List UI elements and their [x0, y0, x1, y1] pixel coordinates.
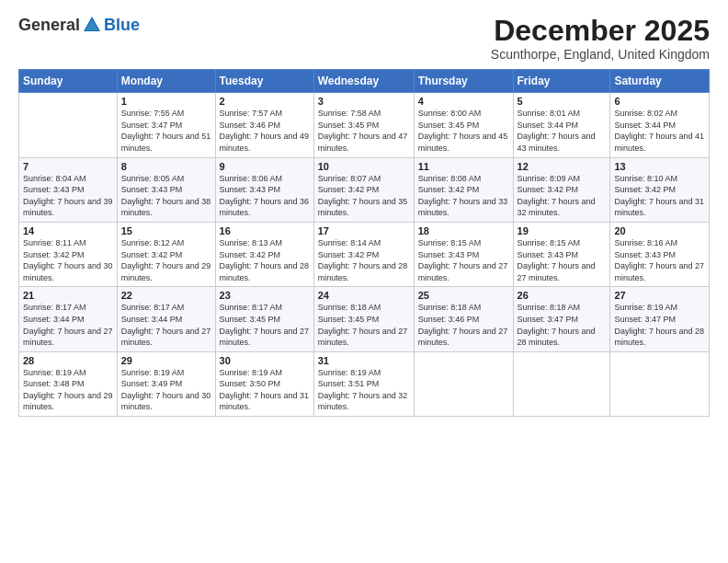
day-number: 3	[318, 96, 410, 107]
calendar-header-tuesday: Tuesday	[215, 70, 313, 93]
calendar-cell	[610, 351, 710, 416]
day-number: 17	[318, 225, 410, 236]
calendar-cell: 26Sunrise: 8:18 AM Sunset: 3:47 PM Dayli…	[513, 287, 610, 351]
calendar-header-thursday: Thursday	[414, 70, 513, 93]
logo-general: General	[18, 16, 80, 35]
day-number: 10	[318, 161, 410, 172]
calendar-header-row: SundayMondayTuesdayWednesdayThursdayFrid…	[19, 70, 710, 93]
day-number: 14	[23, 225, 113, 236]
day-number: 8	[121, 161, 211, 172]
day-number: 28	[23, 355, 113, 366]
day-info: Sunrise: 8:11 AM Sunset: 3:42 PM Dayligh…	[23, 237, 113, 283]
day-info: Sunrise: 8:09 AM Sunset: 3:42 PM Dayligh…	[518, 173, 607, 219]
calendar-header-saturday: Saturday	[610, 70, 710, 93]
day-number: 15	[121, 225, 211, 236]
day-info: Sunrise: 8:18 AM Sunset: 3:47 PM Dayligh…	[518, 302, 607, 348]
calendar-cell: 22Sunrise: 8:17 AM Sunset: 3:44 PM Dayli…	[117, 287, 215, 351]
calendar-cell: 15Sunrise: 8:12 AM Sunset: 3:42 PM Dayli…	[117, 222, 215, 286]
day-number: 7	[23, 161, 113, 172]
calendar-cell: 24Sunrise: 8:18 AM Sunset: 3:45 PM Dayli…	[313, 287, 414, 351]
day-number: 23	[220, 290, 310, 301]
day-info: Sunrise: 8:18 AM Sunset: 3:46 PM Dayligh…	[418, 302, 509, 348]
day-info: Sunrise: 8:02 AM Sunset: 3:44 PM Dayligh…	[614, 108, 705, 154]
month-title: December 2025	[491, 15, 710, 47]
calendar-week-5: 28Sunrise: 8:19 AM Sunset: 3:48 PM Dayli…	[19, 351, 710, 416]
day-number: 16	[220, 225, 310, 236]
calendar-cell: 8Sunrise: 8:05 AM Sunset: 3:43 PM Daylig…	[117, 157, 215, 222]
day-info: Sunrise: 8:00 AM Sunset: 3:45 PM Dayligh…	[418, 108, 509, 154]
day-info: Sunrise: 8:19 AM Sunset: 3:47 PM Dayligh…	[614, 302, 705, 348]
day-info: Sunrise: 8:16 AM Sunset: 3:43 PM Dayligh…	[614, 237, 705, 283]
calendar-cell	[414, 351, 513, 416]
calendar-cell: 17Sunrise: 8:14 AM Sunset: 3:42 PM Dayli…	[313, 222, 414, 286]
day-info: Sunrise: 8:19 AM Sunset: 3:51 PM Dayligh…	[318, 367, 410, 413]
calendar-cell	[19, 93, 118, 157]
day-info: Sunrise: 7:55 AM Sunset: 3:47 PM Dayligh…	[121, 108, 211, 154]
day-info: Sunrise: 8:08 AM Sunset: 3:42 PM Dayligh…	[418, 173, 509, 219]
calendar-cell: 20Sunrise: 8:16 AM Sunset: 3:43 PM Dayli…	[610, 222, 710, 286]
calendar-cell: 18Sunrise: 8:15 AM Sunset: 3:43 PM Dayli…	[414, 222, 513, 286]
day-number: 6	[614, 96, 705, 107]
page: General Blue December 2025 Scunthorpe, E…	[0, 0, 728, 563]
calendar-cell: 11Sunrise: 8:08 AM Sunset: 3:42 PM Dayli…	[414, 157, 513, 222]
day-number: 20	[614, 225, 705, 236]
logo: General Blue	[18, 15, 140, 35]
day-info: Sunrise: 8:04 AM Sunset: 3:43 PM Dayligh…	[23, 173, 113, 219]
calendar-table: SundayMondayTuesdayWednesdayThursdayFrid…	[18, 69, 710, 417]
day-info: Sunrise: 8:15 AM Sunset: 3:43 PM Dayligh…	[418, 237, 509, 283]
logo-text: General Blue	[18, 15, 140, 35]
calendar-cell: 19Sunrise: 8:15 AM Sunset: 3:43 PM Dayli…	[513, 222, 610, 286]
day-info: Sunrise: 7:58 AM Sunset: 3:45 PM Dayligh…	[318, 108, 410, 154]
calendar-cell: 6Sunrise: 8:02 AM Sunset: 3:44 PM Daylig…	[610, 93, 710, 157]
calendar-cell: 1Sunrise: 7:55 AM Sunset: 3:47 PM Daylig…	[117, 93, 215, 157]
day-info: Sunrise: 8:17 AM Sunset: 3:44 PM Dayligh…	[23, 302, 113, 348]
calendar-cell: 3Sunrise: 7:58 AM Sunset: 3:45 PM Daylig…	[313, 93, 414, 157]
calendar-cell: 7Sunrise: 8:04 AM Sunset: 3:43 PM Daylig…	[19, 157, 118, 222]
day-info: Sunrise: 8:19 AM Sunset: 3:50 PM Dayligh…	[220, 367, 310, 413]
calendar-header-monday: Monday	[117, 70, 215, 93]
day-number: 13	[614, 161, 705, 172]
day-info: Sunrise: 8:07 AM Sunset: 3:42 PM Dayligh…	[318, 173, 410, 219]
title-block: December 2025 Scunthorpe, England, Unite…	[491, 15, 710, 62]
header: General Blue December 2025 Scunthorpe, E…	[18, 15, 710, 62]
calendar-cell: 5Sunrise: 8:01 AM Sunset: 3:44 PM Daylig…	[513, 93, 610, 157]
calendar-cell: 16Sunrise: 8:13 AM Sunset: 3:42 PM Dayli…	[215, 222, 313, 286]
day-number: 30	[220, 355, 310, 366]
day-number: 29	[121, 355, 211, 366]
day-number: 31	[318, 355, 410, 366]
day-info: Sunrise: 8:13 AM Sunset: 3:42 PM Dayligh…	[220, 237, 310, 283]
day-number: 9	[220, 161, 310, 172]
calendar-cell: 27Sunrise: 8:19 AM Sunset: 3:47 PM Dayli…	[610, 287, 710, 351]
day-info: Sunrise: 8:01 AM Sunset: 3:44 PM Dayligh…	[518, 108, 607, 154]
calendar-cell: 29Sunrise: 8:19 AM Sunset: 3:49 PM Dayli…	[117, 351, 215, 416]
calendar-cell: 9Sunrise: 8:06 AM Sunset: 3:43 PM Daylig…	[215, 157, 313, 222]
calendar-header-friday: Friday	[513, 70, 610, 93]
logo-icon	[82, 15, 102, 35]
calendar-cell: 14Sunrise: 8:11 AM Sunset: 3:42 PM Dayli…	[19, 222, 118, 286]
day-number: 11	[418, 161, 509, 172]
day-info: Sunrise: 8:19 AM Sunset: 3:48 PM Dayligh…	[23, 367, 113, 413]
day-number: 1	[121, 96, 211, 107]
location: Scunthorpe, England, United Kingdom	[491, 47, 710, 62]
calendar-cell: 12Sunrise: 8:09 AM Sunset: 3:42 PM Dayli…	[513, 157, 610, 222]
calendar-cell: 31Sunrise: 8:19 AM Sunset: 3:51 PM Dayli…	[313, 351, 414, 416]
day-number: 18	[418, 225, 509, 236]
calendar-cell: 28Sunrise: 8:19 AM Sunset: 3:48 PM Dayli…	[19, 351, 118, 416]
day-number: 25	[418, 290, 509, 301]
calendar-cell: 21Sunrise: 8:17 AM Sunset: 3:44 PM Dayli…	[19, 287, 118, 351]
day-info: Sunrise: 8:17 AM Sunset: 3:44 PM Dayligh…	[121, 302, 211, 348]
day-number: 21	[23, 290, 113, 301]
day-number: 19	[518, 225, 607, 236]
day-number: 5	[518, 96, 607, 107]
day-number: 22	[121, 290, 211, 301]
calendar-cell: 30Sunrise: 8:19 AM Sunset: 3:50 PM Dayli…	[215, 351, 313, 416]
calendar-cell: 4Sunrise: 8:00 AM Sunset: 3:45 PM Daylig…	[414, 93, 513, 157]
calendar-header-wednesday: Wednesday	[313, 70, 414, 93]
day-number: 12	[518, 161, 607, 172]
day-info: Sunrise: 8:19 AM Sunset: 3:49 PM Dayligh…	[121, 367, 211, 413]
day-info: Sunrise: 8:10 AM Sunset: 3:42 PM Dayligh…	[614, 173, 705, 219]
day-info: Sunrise: 8:17 AM Sunset: 3:45 PM Dayligh…	[220, 302, 310, 348]
calendar-cell	[513, 351, 610, 416]
day-info: Sunrise: 7:57 AM Sunset: 3:46 PM Dayligh…	[220, 108, 310, 154]
day-info: Sunrise: 8:14 AM Sunset: 3:42 PM Dayligh…	[318, 237, 410, 283]
